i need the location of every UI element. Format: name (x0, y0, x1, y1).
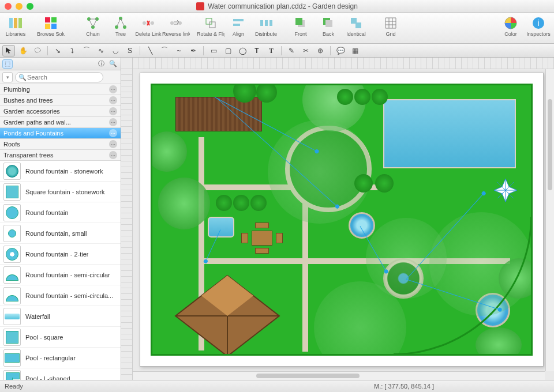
table-tool[interactable]: ▦ (349, 45, 361, 56)
smart-connector-tool[interactable]: ⤵ (66, 45, 78, 56)
close-window-button[interactable] (5, 3, 12, 10)
shape-item[interactable]: Round fountain - semi-circula... (0, 285, 121, 306)
chain-button[interactable]: Chain (80, 14, 106, 38)
arc-tool[interactable]: ⌒ (158, 45, 171, 56)
shape-name: Round fountain - 2-tier (25, 251, 88, 258)
spline-tool[interactable]: ~ (173, 45, 185, 56)
select-tool[interactable] (2, 45, 15, 56)
grid-label: Grid (385, 32, 395, 37)
minimize-window-button[interactable] (16, 3, 23, 10)
connector-tool[interactable]: ↘ (51, 45, 64, 56)
shape-thumbnail (3, 329, 21, 346)
hand-tool[interactable]: ✋ (17, 45, 29, 56)
category-label: Plumbing (3, 86, 30, 93)
category-item[interactable]: Ponds and Fountains⋯ (0, 128, 121, 139)
browse-solutions-button[interactable]: Browse Solutions (30, 14, 72, 38)
bezier-tool[interactable]: ✒ (187, 45, 200, 56)
zoom-window-button[interactable] (27, 3, 33, 10)
arc-connector-tool[interactable]: ⌒ (80, 45, 93, 56)
back-label: Back (323, 32, 334, 37)
shape-item[interactable]: Waterfall (0, 306, 121, 327)
color-button[interactable]: Color (497, 14, 524, 38)
front-button[interactable]: Front (287, 14, 314, 38)
status-ready: Ready (5, 383, 23, 390)
front-label: Front (294, 32, 306, 37)
shape-name: Square fountain - stonework (25, 189, 105, 195)
shape-thumbnail (3, 163, 21, 180)
distribute-label: Distribute (255, 32, 277, 37)
horizontal-ruler[interactable] (133, 58, 554, 69)
shape-list: Round fountain - stoneworkSquare fountai… (0, 161, 121, 380)
shape-thumbnail (3, 349, 21, 367)
category-item[interactable]: Transparent trees⋯ (0, 150, 121, 161)
search-scope-dropdown[interactable]: ▾ (2, 72, 13, 82)
inspectors-button[interactable]: i Inspectors (525, 14, 552, 38)
status-coordinates: M.: [ 377.50, 845.14 ] (374, 383, 434, 390)
category-item[interactable]: Plumbing⋯ (0, 84, 121, 95)
stamp-tool[interactable]: ⊕ (314, 45, 327, 56)
main-toolbar: Libraries Browse Solutions Chain Tree De… (0, 13, 554, 44)
svg-point-36 (35, 48, 40, 52)
shape-item[interactable]: Pool - square (0, 327, 121, 348)
svg-rect-23 (233, 24, 240, 26)
category-item[interactable]: Garden accessories⋯ (0, 106, 121, 117)
shape-item[interactable]: Square fountain - stonework (0, 182, 121, 202)
lasso-tool[interactable] (31, 45, 44, 56)
svg-point-13 (143, 21, 146, 25)
shape-item[interactable]: Round fountain (0, 202, 121, 223)
distribute-button[interactable]: Distribute (253, 14, 279, 38)
text-tool[interactable]: T (250, 45, 263, 56)
category-item[interactable]: Garden paths and wal...⋯ (0, 117, 121, 128)
callout-tool[interactable]: 💬 (334, 45, 347, 56)
svg-rect-30 (325, 20, 332, 27)
libraries-button[interactable]: Libraries (2, 14, 29, 38)
house-shape (170, 270, 285, 356)
vertical-ruler[interactable] (121, 69, 133, 380)
svg-rect-24 (260, 20, 263, 26)
rectangle-tool[interactable]: ▭ (207, 45, 220, 56)
sidebar-tab-shapes[interactable]: ⬚ (2, 59, 13, 69)
line-tool[interactable]: ╲ (144, 45, 156, 56)
disclosure-icon: ⋯ (109, 85, 117, 93)
shape-item[interactable]: Round fountain, small (0, 223, 121, 244)
back-button[interactable]: Back (315, 14, 342, 38)
shape-item[interactable]: Round fountain - stonework (0, 161, 121, 182)
ellipse-tool[interactable]: ◯ (236, 45, 249, 56)
library-search-bar: ▾ 🔍 (0, 70, 121, 84)
svg-rect-5 (45, 24, 50, 29)
spline-connector-tool[interactable]: S (123, 45, 136, 56)
align-button[interactable]: Align (225, 14, 252, 38)
category-item[interactable]: Roofs⋯ (0, 139, 121, 150)
shape-item[interactable]: Round fountain - 2-tier (0, 244, 121, 265)
crop-tool[interactable]: ✂ (300, 45, 312, 56)
canvas-viewport[interactable] (133, 69, 554, 380)
block-text-tool[interactable]: 𝐓 (265, 45, 278, 56)
shape-item[interactable]: Pool - L-shaped (0, 368, 121, 380)
svg-point-18 (170, 21, 174, 25)
shape-item[interactable]: Pool - rectangular (0, 348, 121, 368)
shape-name: Pool - rectangular (25, 355, 76, 361)
disclosure-icon: ⋯ (109, 151, 117, 159)
identical-button[interactable]: Identical (343, 14, 369, 38)
shape-item[interactable]: Round fountain - semi-circular (0, 265, 121, 285)
search-input[interactable] (15, 72, 103, 82)
category-item[interactable]: Bushes and trees⋯ (0, 95, 121, 106)
horizontal-scrollbar[interactable] (133, 371, 545, 380)
delete-link-button[interactable]: Delete Link (135, 14, 162, 38)
canvas-area (121, 58, 554, 380)
tree-button[interactable]: Tree (107, 14, 134, 38)
rounded-rect-tool[interactable]: ▢ (222, 45, 234, 56)
sidebar-tab-search[interactable]: 🔍 (108, 59, 118, 69)
drawing-page[interactable] (140, 73, 544, 367)
round-connector-tool[interactable]: ◡ (109, 45, 122, 56)
reverse-link-button[interactable]: Reverse link (163, 14, 189, 38)
grid-button[interactable]: Grid (377, 14, 404, 38)
vertical-scrollbar[interactable] (545, 69, 554, 371)
svg-rect-0 (9, 18, 13, 28)
eyedropper-tool[interactable]: ✎ (285, 45, 298, 56)
bezier-connector-tool[interactable]: ∿ (95, 45, 107, 56)
sidebar-tab-info[interactable]: ⓘ (96, 59, 106, 69)
shape-name: Pool - square (25, 334, 63, 341)
shape-name: Waterfall (25, 313, 50, 320)
rotate-flip-button[interactable]: Rotate & Flip (197, 14, 224, 38)
